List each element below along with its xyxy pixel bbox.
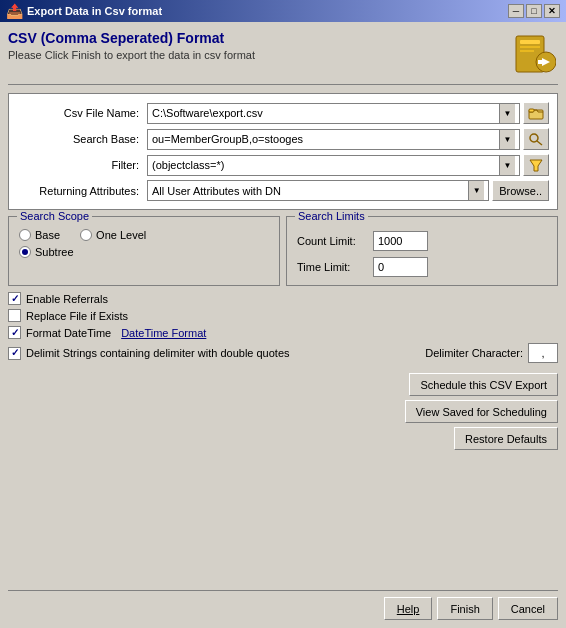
radio-one-level-label: One Level	[96, 229, 146, 241]
returning-attr-label: Returning Attributes:	[17, 185, 147, 197]
svg-rect-3	[520, 50, 534, 52]
finish-button[interactable]: Finish	[437, 597, 492, 620]
radio-row-1: Base One Level	[19, 229, 269, 241]
browse-button[interactable]: Browse..	[492, 180, 549, 201]
export-icon	[510, 30, 558, 78]
svg-line-10	[537, 141, 542, 145]
returning-attr-group: All User Attributes with DN ▼ Browse..	[147, 180, 549, 201]
enable-referrals-check: ✓	[11, 294, 19, 304]
csv-file-name-arrow[interactable]: ▼	[499, 104, 515, 123]
search-base-arrow[interactable]: ▼	[499, 130, 515, 149]
view-saved-button[interactable]: View Saved for Scheduling	[405, 400, 558, 423]
radio-subtree-inner	[22, 249, 28, 255]
replace-file-row: Replace File if Exists	[8, 309, 558, 322]
minimize-button[interactable]: ─	[508, 4, 524, 18]
time-limit-label: Time Limit:	[297, 261, 367, 273]
radio-one-level[interactable]: One Level	[80, 229, 146, 241]
search-base-group: ou=MemberGroupB,o=stooges ▼	[147, 128, 549, 150]
svg-rect-1	[520, 40, 540, 44]
filter-group: (objectclass=*) ▼	[147, 154, 549, 176]
filter-row: Filter: (objectclass=*) ▼	[17, 154, 549, 176]
enable-referrals-checkbox[interactable]: ✓ Enable Referrals	[8, 292, 108, 305]
format-datetime-box: ✓	[8, 326, 21, 339]
dialog-body: CSV (Comma Seperated) Format Please Clic…	[0, 22, 566, 628]
svg-rect-8	[529, 109, 534, 112]
svg-rect-6	[538, 60, 542, 64]
datetime-format-link[interactable]: DateTime Format	[121, 327, 206, 339]
action-buttons: Schedule this CSV Export View Saved for …	[8, 373, 558, 450]
count-limit-input[interactable]	[373, 231, 428, 251]
delimit-strings-label: Delimit Strings containing delimiter wit…	[26, 347, 290, 359]
filter-value: (objectclass=*)	[152, 159, 499, 171]
filter-combo[interactable]: (objectclass=*) ▼	[147, 155, 520, 176]
count-limit-row: Count Limit:	[297, 231, 547, 251]
search-base-row: Search Base: ou=MemberGroupB,o=stooges ▼	[17, 128, 549, 150]
dialog-title: CSV (Comma Seperated) Format	[8, 30, 255, 46]
filter-icon-btn[interactable]	[523, 154, 549, 176]
title-bar-text: Export Data in Csv format	[27, 5, 508, 17]
delimiter-char-label: Delimiter Character:	[425, 347, 523, 359]
radio-subtree-label: Subtree	[35, 246, 74, 258]
returning-attr-arrow[interactable]: ▼	[468, 181, 484, 200]
header-section: CSV (Comma Seperated) Format Please Clic…	[8, 30, 558, 85]
search-base-icon-btn[interactable]	[523, 128, 549, 150]
search-base-label: Search Base:	[17, 133, 147, 145]
radio-group: Base One Level Subtree	[19, 229, 269, 258]
schedule-export-button[interactable]: Schedule this CSV Export	[409, 373, 558, 396]
maximize-button[interactable]: □	[526, 4, 542, 18]
replace-file-label: Replace File if Exists	[26, 310, 128, 322]
enable-referrals-label: Enable Referrals	[26, 293, 108, 305]
csv-file-browse-icon-btn[interactable]	[523, 102, 549, 124]
svg-marker-11	[530, 160, 542, 171]
csv-file-name-combo[interactable]: C:\Software\export.csv ▼	[147, 103, 520, 124]
format-datetime-label: Format DateTime	[26, 327, 111, 339]
svg-point-9	[530, 134, 538, 142]
close-button[interactable]: ✕	[544, 4, 560, 18]
delimit-strings-row: ✓ Delimit Strings containing delimiter w…	[8, 343, 558, 363]
returning-attr-value: All User Attributes with DN	[152, 185, 468, 197]
search-limits-title: Search Limits	[295, 210, 368, 222]
title-bar-icon: 📤	[6, 3, 22, 19]
time-limit-row: Time Limit:	[297, 257, 547, 277]
radio-base-label: Base	[35, 229, 60, 241]
csv-file-name-value: C:\Software\export.csv	[152, 107, 499, 119]
header-text: CSV (Comma Seperated) Format Please Clic…	[8, 30, 255, 61]
format-datetime-checkbox[interactable]: ✓ Format DateTime	[8, 326, 111, 339]
search-base-combo[interactable]: ou=MemberGroupB,o=stooges ▼	[147, 129, 520, 150]
replace-file-checkbox[interactable]: Replace File if Exists	[8, 309, 128, 322]
radio-subtree[interactable]: Subtree	[19, 246, 74, 258]
delimit-strings-box: ✓	[8, 347, 21, 360]
enable-referrals-box: ✓	[8, 292, 21, 305]
delimit-strings-checkbox[interactable]: ✓ Delimit Strings containing delimiter w…	[8, 347, 290, 360]
bottom-bar: Help Finish Cancel	[8, 590, 558, 620]
title-bar-buttons: ─ □ ✕	[508, 4, 560, 18]
radio-base-outer	[19, 229, 31, 241]
time-limit-input[interactable]	[373, 257, 428, 277]
delimiter-group: Delimiter Character:	[425, 343, 558, 363]
cancel-button[interactable]: Cancel	[498, 597, 558, 620]
filter-arrow[interactable]: ▼	[499, 156, 515, 175]
radio-base[interactable]: Base	[19, 229, 60, 241]
format-datetime-check: ✓	[11, 328, 19, 338]
title-bar: 📤 Export Data in Csv format ─ □ ✕	[0, 0, 566, 22]
panels-row: Search Scope Base One Level	[8, 216, 558, 286]
csv-file-name-row: Csv File Name: C:\Software\export.csv ▼	[17, 102, 549, 124]
count-limit-label: Count Limit:	[297, 235, 367, 247]
csv-file-name-label: Csv File Name:	[17, 107, 147, 119]
delimiter-char-input[interactable]	[528, 343, 558, 363]
help-label: Help	[397, 603, 420, 615]
enable-referrals-row: ✓ Enable Referrals	[8, 292, 558, 305]
filter-label: Filter:	[17, 159, 147, 171]
dialog-subtitle: Please Click Finish to export the data i…	[8, 49, 255, 61]
help-button[interactable]: Help	[384, 597, 433, 620]
form-section: Csv File Name: C:\Software\export.csv ▼ …	[8, 93, 558, 210]
radio-row-2: Subtree	[19, 246, 269, 258]
restore-defaults-button[interactable]: Restore Defaults	[454, 427, 558, 450]
delimit-strings-check: ✓	[11, 348, 19, 358]
replace-file-box	[8, 309, 21, 322]
svg-rect-2	[520, 46, 540, 48]
search-scope-box: Search Scope Base One Level	[8, 216, 280, 286]
radio-one-level-outer	[80, 229, 92, 241]
returning-attr-combo[interactable]: All User Attributes with DN ▼	[147, 180, 489, 201]
search-limits-box: Search Limits Count Limit: Time Limit:	[286, 216, 558, 286]
